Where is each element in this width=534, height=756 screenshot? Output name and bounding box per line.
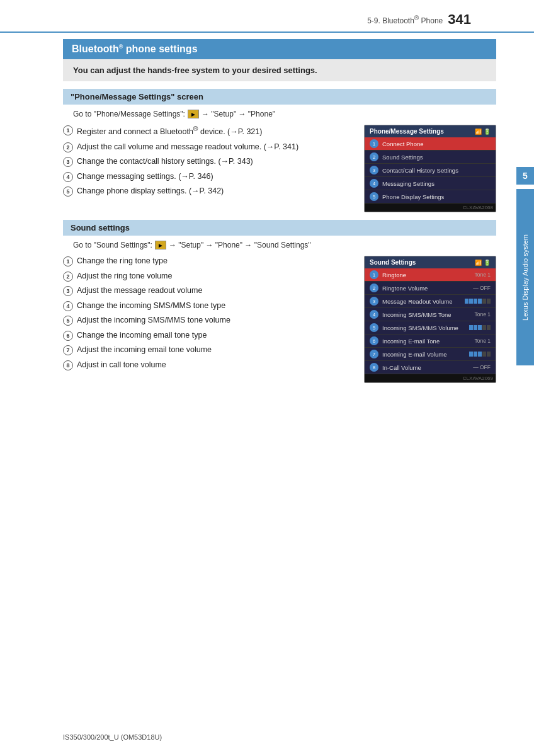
- sound-mock-footer-text: CLXAVA2069: [463, 375, 493, 381]
- sound-section-header: Sound settings: [63, 220, 496, 236]
- sound-item-number-5: 5: [63, 316, 73, 326]
- main-content: Bluetooth® phone settings You can adjust…: [0, 39, 534, 383]
- sound-mock-val-1: Tone 1: [474, 272, 491, 278]
- bar-seg: [474, 352, 477, 357]
- mock-num-2: 2: [370, 152, 378, 161]
- bar-seg-off: [487, 352, 491, 357]
- sidebar-number: 5: [516, 167, 534, 185]
- sound-mock-title-text: Sound Settings: [370, 259, 416, 266]
- sound-screenshot: Sound Settings 📶 🔋 1 Ringtone Tone 1: [364, 256, 496, 383]
- sound-mock-text-3: Message Readout Volume: [382, 298, 465, 305]
- sound-battery-icon: 🔋: [484, 260, 491, 266]
- sound-mock-row-8: 8 In-Call Volume — OFF: [365, 361, 496, 374]
- bar-seg: [478, 352, 482, 357]
- list-item: 7 Adjust the incoming email tone volume: [63, 345, 356, 356]
- sound-item-text-6: Change the incoming email tone type: [77, 330, 356, 341]
- sound-item-text-7: Adjust the incoming email tone volume: [77, 345, 356, 356]
- bar-seg-off: [487, 299, 491, 304]
- bar-seg: [465, 299, 469, 304]
- page-container: 5-9. Bluetooth® Phone 341 Bluetooth® pho…: [0, 0, 534, 756]
- phone-nav-prefix: Go to "Phone/Message Settings":: [73, 110, 185, 118]
- sound-mock-row-4: 4 Incoming SMS/MMS Tone Tone 1: [365, 308, 496, 321]
- bar-seg: [478, 325, 482, 330]
- mock-num-5: 5: [370, 192, 378, 201]
- sound-mock-row-5: 5 Incoming SMS/MMS Volume: [365, 321, 496, 335]
- sound-mock-text-2: Ringtone Volume: [382, 285, 473, 292]
- mock-row-1: 1 Connect Phone: [365, 137, 496, 151]
- section-text: 5-9. Bluetooth: [367, 16, 414, 25]
- sound-mock-text-1: Ringtone: [382, 272, 474, 278]
- main-title-suffix: phone settings: [123, 43, 197, 54]
- page-header: 5-9. Bluetooth® Phone 341: [0, 0, 534, 33]
- mock-title-text: Phone/Message Settings: [370, 128, 444, 135]
- list-item: 2 Adjust the ring tone volume: [63, 271, 356, 282]
- phone-header-text: "Phone/Message Settings" screen: [71, 92, 203, 101]
- mock-text-5: Phone Display Settings: [382, 193, 491, 200]
- bar-seg-off: [482, 325, 486, 330]
- list-item: 4 Change messaging settings. (→P. 346): [63, 171, 356, 183]
- battery-icon: 🔋: [484, 129, 491, 135]
- item-text-3: Change the contact/call history settings…: [77, 156, 356, 168]
- sound-mock-row-1: 1 Ringtone Tone 1: [365, 268, 496, 282]
- item-number-2: 2: [63, 142, 73, 152]
- sound-mock-val-4: Tone 1: [474, 311, 491, 318]
- mock-num-3: 3: [370, 166, 378, 175]
- bar-seg: [474, 325, 477, 330]
- sound-item-text-4: Change the incoming SMS/MMS tone type: [77, 301, 356, 312]
- sound-two-col: 1 Change the ring tone type 2 Adjust the…: [63, 256, 496, 383]
- main-title-bar: Bluetooth® phone settings: [63, 39, 496, 59]
- sound-mock-icons: 📶 🔋: [475, 260, 491, 266]
- phone-items-col: 1 Register and connect a Bluetooth® devi…: [63, 125, 356, 212]
- item-number-5: 5: [63, 186, 73, 197]
- mock-icons: 📶 🔋: [475, 129, 491, 135]
- sound-mock-footer: CLXAVA2069: [365, 374, 496, 382]
- item-text-1: Register and connect a Bluetooth® device…: [77, 125, 356, 138]
- sound-item-text-5: Adjust the incoming SMS/MMS tone volume: [77, 315, 356, 326]
- sound-item-number-2: 2: [63, 272, 73, 282]
- sound-mock-screen: Sound Settings 📶 🔋 1 Ringtone Tone 1: [364, 256, 496, 383]
- list-item: 8 Adjust in call tone volume: [63, 360, 356, 371]
- list-item: 5 Adjust the incoming SMS/MMS tone volum…: [63, 315, 356, 326]
- bar-seg-off: [487, 325, 491, 330]
- sound-mock-row-2: 2 Ringtone Volume — OFF: [365, 282, 496, 295]
- sound-mock-num-4: 4: [370, 310, 378, 319]
- sidebar-label: Lexus Display Audio system: [516, 189, 534, 365]
- mock-row-4: 4 Messaging Settings: [365, 177, 496, 190]
- mock-titlebar: Phone/Message Settings 📶 🔋: [365, 125, 496, 137]
- sound-mock-val-2: — OFF: [473, 285, 491, 291]
- sound-mock-row-3: 3 Message Readout Volume: [365, 295, 496, 308]
- mock-text-4: Messaging Settings: [382, 180, 491, 187]
- list-item: 2 Adjust the call volume and message rea…: [63, 142, 356, 153]
- mock-text-1: Connect Phone: [382, 140, 491, 147]
- phone-nav-icon: ►: [188, 110, 199, 118]
- item-number-1: 1: [63, 125, 73, 135]
- sidebar-label-text: Lexus Display Audio system: [521, 234, 529, 321]
- sound-nav-middle: → "Setup" → "Phone" → "Sound Settings": [169, 241, 311, 249]
- sound-mock-num-8: 8: [370, 363, 378, 372]
- sound-mock-num-7: 7: [370, 350, 378, 358]
- phone-nav-middle: → "Setup" → "Phone": [202, 110, 275, 118]
- mock-footer-1: CLXAVA2068: [365, 203, 496, 212]
- mock-num-4: 4: [370, 179, 378, 188]
- sound-item-number-4: 4: [63, 301, 73, 311]
- bar-seg: [478, 299, 482, 304]
- phone-mock-screen: Phone/Message Settings 📶 🔋 1 Connect Pho…: [364, 125, 496, 212]
- mock-row-5: 5 Phone Display Settings: [365, 190, 496, 203]
- sound-item-text-3: Adjust the message readout volume: [77, 285, 356, 297]
- sound-mock-val-8: — OFF: [473, 364, 491, 370]
- sound-mock-num-2: 2: [370, 284, 378, 292]
- sound-nav-line: Go to "Sound Settings": ► → "Setup" → "P…: [73, 241, 496, 249]
- section-label: 5-9. Bluetooth® Phone: [367, 14, 443, 25]
- sound-signal-icon: 📶: [475, 260, 482, 266]
- mock-footer-text-1: CLXAVA2068: [463, 205, 493, 210]
- sound-mock-val-6: Tone 1: [474, 338, 491, 344]
- bar-seg-off: [482, 299, 486, 304]
- sound-mock-text-8: In-Call Volume: [382, 364, 473, 371]
- item-text-2: Adjust the call volume and message reado…: [77, 142, 356, 153]
- list-item: 6 Change the incoming email tone type: [63, 330, 356, 341]
- main-title-text: Bluetooth: [72, 43, 119, 54]
- signal-icon: 📶: [475, 129, 482, 135]
- sound-mock-num-1: 1: [370, 270, 378, 279]
- sound-header-text: Sound settings: [71, 223, 130, 232]
- list-item: 4 Change the incoming SMS/MMS tone type: [63, 301, 356, 312]
